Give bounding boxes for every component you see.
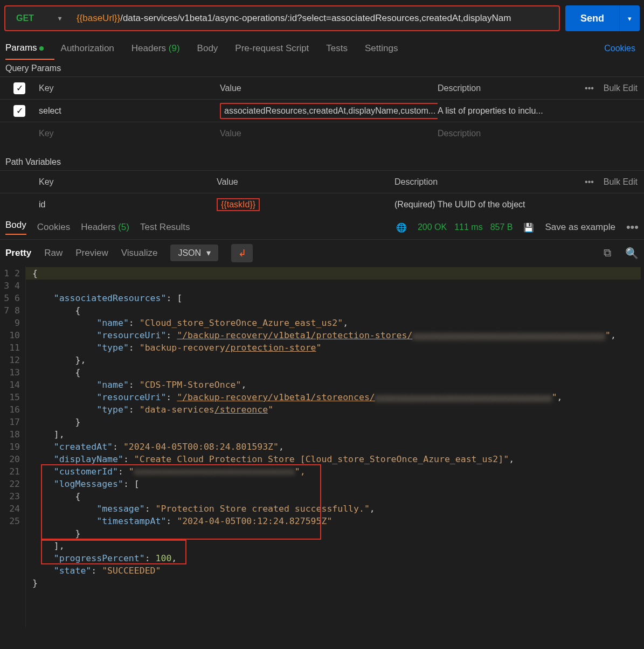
save-icon: 💾 xyxy=(523,222,534,233)
path-var-description[interactable]: (Required) The UUID of the object xyxy=(394,200,558,210)
response-body-text: { "associatedResources": [ { "name": "Cl… xyxy=(26,266,644,627)
more-icon[interactable]: ••• xyxy=(585,177,594,187)
status-code: 200 OK xyxy=(418,222,447,232)
send-dropdown[interactable]: ▾ xyxy=(619,5,640,31)
request-tabs: Params Authorization Headers (9) Body Pr… xyxy=(0,37,644,60)
tab-settings[interactable]: Settings xyxy=(365,38,408,59)
view-tab-pretty[interactable]: Pretty xyxy=(5,248,31,259)
url-variable: {{baseUrl}} xyxy=(77,13,120,23)
table-row: id {{taskId}} (Required) The UUID of the… xyxy=(0,193,644,215)
format-select[interactable]: JSON▾ xyxy=(170,245,218,261)
path-var-value[interactable]: {{taskId}} xyxy=(217,198,394,211)
param-value-highlight: associatedResources,createdAt,displayNam… xyxy=(220,103,438,119)
param-value[interactable]: associatedResources,createdAt,displayNam… xyxy=(217,101,438,121)
tab-params[interactable]: Params xyxy=(5,37,54,60)
send-button[interactable]: Send xyxy=(565,5,619,31)
query-params-table: ✓ Key Value Description ••• Bulk Edit ✓ … xyxy=(0,76,644,144)
response-tab-headers[interactable]: Headers (5) xyxy=(81,222,129,233)
chevron-down-icon: ▾ xyxy=(206,248,211,258)
search-icon[interactable]: 🔍 xyxy=(625,247,639,260)
bulk-edit-link[interactable]: Bulk Edit xyxy=(604,83,638,93)
url-input[interactable]: {{baseUrl}}/data-services/v1beta1/async-… xyxy=(72,13,559,24)
col-description: Description xyxy=(438,83,558,93)
url-input-wrap[interactable]: GET ▾ {{baseUrl}}/data-services/v1beta1/… xyxy=(4,5,560,31)
param-key-placeholder[interactable]: Key xyxy=(39,129,217,138)
path-variables-title: Path Variables xyxy=(0,154,644,170)
col-key: Key xyxy=(39,177,217,187)
path-var-value-highlight: {{taskId}} xyxy=(217,198,260,211)
path-variables-table: Key Value Description ••• Bulk Edit id {… xyxy=(0,170,644,215)
response-time: 111 ms xyxy=(454,222,482,232)
method-label: GET xyxy=(16,13,34,23)
response-tab-body[interactable]: Body xyxy=(5,220,26,235)
chevron-down-icon: ▾ xyxy=(628,15,632,23)
response-view-toolbar: Pretty Raw Preview Visualize JSON▾ ↲ ⧉ 🔍 xyxy=(0,239,644,266)
view-tab-visualize[interactable]: Visualize xyxy=(121,248,158,259)
param-description-placeholder[interactable]: Description xyxy=(438,129,558,138)
table-row-empty: Key Value Description xyxy=(0,122,644,144)
send-wrap: Send ▾ xyxy=(565,5,640,31)
modified-dot-icon xyxy=(39,46,44,51)
param-value-placeholder[interactable]: Value xyxy=(217,127,438,141)
response-tabs: Body Cookies Headers (5) Test Results 🌐 … xyxy=(0,215,644,239)
copy-icon[interactable]: ⧉ xyxy=(604,247,611,260)
table-row: ✓ select associatedResources,createdAt,d… xyxy=(0,99,644,122)
response-tab-cookies[interactable]: Cookies xyxy=(37,222,70,233)
col-value: Value xyxy=(217,81,438,95)
bulk-edit-link[interactable]: Bulk Edit xyxy=(604,177,638,187)
view-tab-preview[interactable]: Preview xyxy=(75,248,108,259)
col-key: Key xyxy=(39,83,217,93)
view-tab-raw[interactable]: Raw xyxy=(44,248,63,259)
tab-authorization[interactable]: Authorization xyxy=(61,38,125,59)
tab-body[interactable]: Body xyxy=(197,38,229,59)
response-body-viewer[interactable]: 1 2 3 4 5 6 7 8 9 10 11 12 13 14 15 16 1… xyxy=(0,266,644,627)
wrap-lines-button[interactable]: ↲ xyxy=(231,244,253,262)
col-value: Value xyxy=(217,177,394,187)
tab-headers[interactable]: Headers (9) xyxy=(131,38,191,59)
query-params-title: Query Params xyxy=(0,60,644,76)
more-icon[interactable]: ••• xyxy=(626,220,639,234)
save-as-example-button[interactable]: Save as example xyxy=(545,222,615,233)
cookies-link[interactable]: Cookies xyxy=(604,44,639,53)
response-size: 857 B xyxy=(490,222,513,232)
response-tab-test-results[interactable]: Test Results xyxy=(140,222,190,233)
col-description: Description xyxy=(394,177,558,187)
param-description[interactable]: A list of properties to inclu... xyxy=(438,106,558,116)
line-gutter: 1 2 3 4 5 6 7 8 9 10 11 12 13 14 15 16 1… xyxy=(0,266,26,627)
path-var-key[interactable]: id xyxy=(39,200,217,210)
request-bar: GET ▾ {{baseUrl}}/data-services/v1beta1/… xyxy=(0,0,644,37)
response-meta: 200 OK 111 ms 857 B xyxy=(418,222,513,232)
checkbox[interactable]: ✓ xyxy=(13,105,25,117)
param-key[interactable]: select xyxy=(39,106,217,116)
tab-pre-request[interactable]: Pre-request Script xyxy=(235,38,320,59)
url-path: /data-services/v1beta1/async-operations/… xyxy=(120,13,511,23)
checkbox-all[interactable]: ✓ xyxy=(13,82,25,94)
tab-tests[interactable]: Tests xyxy=(326,38,358,59)
network-icon[interactable]: 🌐 xyxy=(396,222,407,233)
method-select[interactable]: GET ▾ xyxy=(5,13,72,23)
more-icon[interactable]: ••• xyxy=(585,83,594,93)
chevron-down-icon: ▾ xyxy=(58,15,61,22)
